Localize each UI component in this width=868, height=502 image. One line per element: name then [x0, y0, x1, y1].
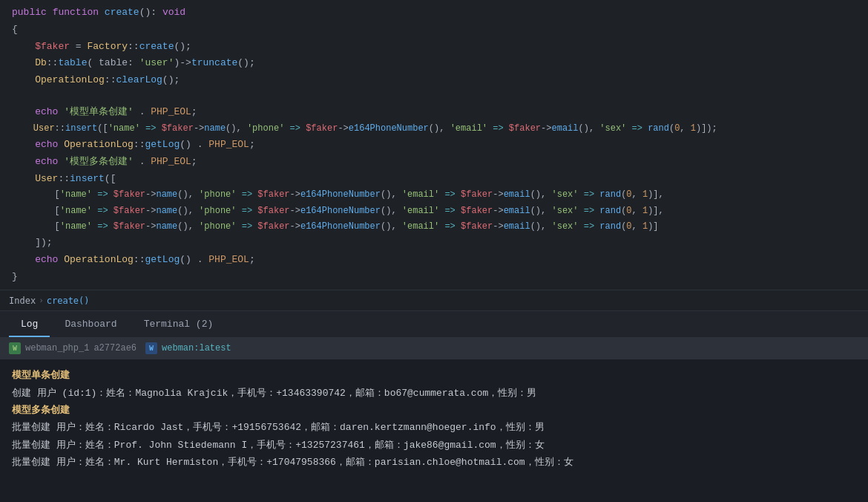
tab-log[interactable]: Log: [9, 313, 50, 337]
php-eol-1: PHP_EOL: [151, 105, 191, 120]
badge-icon-green: W: [9, 342, 21, 354]
code-line-3: $faker = Factory::create();: [0, 39, 868, 56]
code-line-14: ['name' => $faker->name(), 'phone' => $f…: [0, 219, 868, 235]
fn-insert-2: insert: [70, 172, 105, 187]
term-line-2: 创建 用户 (id:1)：姓名：Magnolia Krajcik，手机号：+13…: [12, 385, 856, 402]
fn-getlog-2: getLog: [145, 252, 180, 268]
terminal-status-bar: W webman_php_1 a2772ae6 W webman:latest: [0, 337, 868, 359]
php-eol-2: PHP_EOL: [208, 137, 249, 153]
keyword-void: void: [162, 5, 185, 21]
code-line-13: ['name' => $faker->name(), 'phone' => $f…: [0, 203, 868, 219]
code-line-empty-1: [0, 89, 868, 104]
status-badge-php: W webman_php_1 a2772ae6: [9, 342, 137, 354]
term-line-5: 批量创建 用户：姓名：Prof. John Stiedemann I，手机号：+…: [12, 437, 856, 454]
fn-getlog-1: getLog: [145, 137, 180, 153]
fn-truncate: truncate: [191, 56, 237, 71]
fn-name-create: create: [105, 5, 139, 21]
fn-table: table: [58, 56, 87, 71]
term-line-1: 模型单条创建: [12, 367, 856, 384]
class-operationlog-1: OperationLog: [12, 73, 105, 88]
terminal-output: 模型单条创建 创建 用户 (id:1)：姓名：Magnolia Krajcik，…: [0, 359, 868, 502]
keyword-public: public: [12, 5, 47, 21]
fn-clearlog: clearLog: [116, 73, 162, 88]
code-line-10: echo '模型多条创建' . PHP_EOL;: [0, 154, 868, 171]
php-eol-3: PHP_EOL: [151, 154, 191, 170]
code-line-12: ['name' => $faker->name(), 'phone' => $f…: [0, 187, 868, 203]
breadcrumb: Index › create(): [0, 290, 868, 310]
fn-insert-1: insert: [65, 122, 97, 136]
tab-terminal[interactable]: Terminal (2): [132, 313, 226, 337]
kw-echo-4: echo: [12, 252, 58, 268]
var-faker: $faker: [12, 39, 70, 55]
class-operationlog-2: OperationLog: [64, 137, 134, 153]
code-line-4: Db::table( table: 'user')->truncate();: [0, 55, 868, 72]
tabs-bar: Log Dashboard Terminal (2): [0, 310, 868, 337]
code-line-8: User::insert(['name' => $faker->name(), …: [0, 121, 868, 137]
code-line-7: echo '模型单条创建' . PHP_EOL;: [0, 104, 868, 121]
code-line-2: {: [0, 22, 868, 39]
class-factory: Factory: [87, 39, 128, 55]
php-eol-4: PHP_EOL: [208, 252, 249, 268]
breadcrumb-separator: ›: [39, 296, 44, 305]
term-line-3: 模型多条创建: [12, 402, 856, 419]
badge-icon-blue: W: [145, 342, 157, 354]
keyword-function: function: [53, 5, 99, 21]
str-multi-create: '模型多条创建': [64, 154, 134, 170]
breadcrumb-index[interactable]: Index: [9, 296, 36, 306]
code-line-11: User::insert([: [0, 171, 868, 188]
class-operationlog-3: OperationLog: [64, 252, 134, 268]
status-container-name: webman_php_1: [25, 343, 89, 353]
str-single-create: '模型单条创建': [64, 105, 134, 120]
brace-close: }: [12, 270, 18, 285]
kw-echo-2: echo: [12, 137, 58, 153]
term-line-4: 批量创建 用户：姓名：Ricardo Jast，手机号：+19156753642…: [12, 419, 856, 436]
code-editor: public function create(): void { $faker …: [0, 0, 868, 290]
status-container-hash: a2772ae6: [93, 343, 137, 353]
term-line-6: 批量创建 用户：姓名：Mr. Kurt Hermiston，手机号：+17047…: [12, 454, 856, 471]
kw-echo-3: echo: [12, 154, 58, 170]
tab-dashboard[interactable]: Dashboard: [53, 313, 128, 337]
brace-open: {: [12, 22, 18, 38]
code-line-15: ]);: [0, 235, 868, 252]
code-line-5: OperationLog::clearLog();: [0, 72, 868, 89]
str-user: 'user': [139, 56, 174, 71]
status-badge-webman: W webman:latest: [145, 342, 231, 354]
code-line-1: public function create(): void: [0, 4, 868, 22]
class-user-1: User: [12, 122, 55, 136]
status-webman-tag: webman:latest: [162, 343, 231, 353]
code-line-17: }: [0, 269, 868, 286]
kw-echo-1: echo: [12, 105, 58, 120]
breadcrumb-create[interactable]: create(): [47, 296, 90, 306]
fn-create: create: [139, 39, 174, 55]
class-db: Db: [12, 56, 47, 71]
class-user-2: User: [12, 172, 58, 187]
code-line-16: echo OperationLog::getLog() . PHP_EOL;: [0, 252, 868, 269]
code-line-9: echo OperationLog::getLog() . PHP_EOL;: [0, 137, 868, 154]
